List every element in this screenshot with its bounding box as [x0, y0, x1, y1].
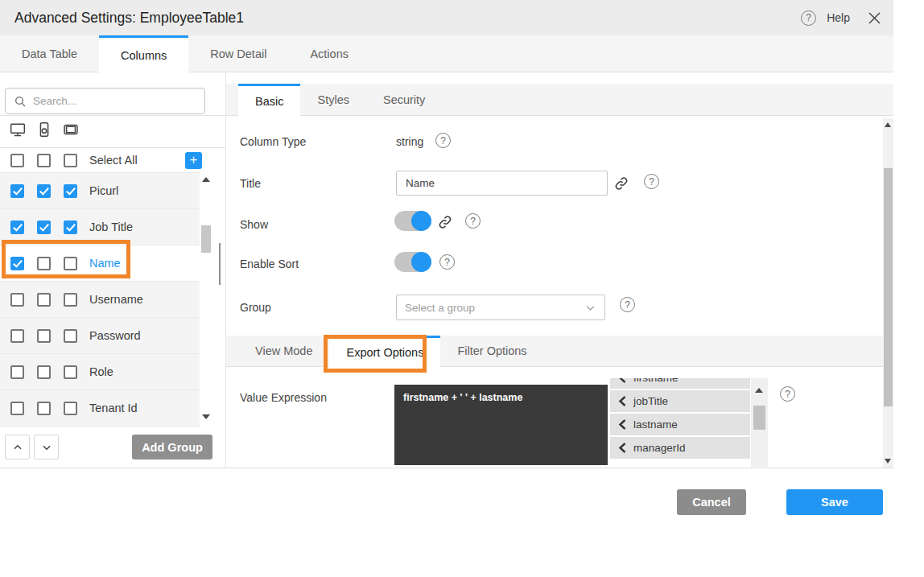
tab-view-mode[interactable]: View Mode — [238, 336, 329, 366]
close-icon[interactable] — [868, 12, 881, 24]
checkbox-mobile[interactable] — [37, 154, 51, 167]
tab-row-detail[interactable]: Row Detail — [188, 35, 288, 72]
scrollbar-thumb[interactable] — [201, 225, 211, 253]
checkbox-desktop[interactable] — [10, 220, 24, 234]
checkbox-desktop[interactable] — [10, 154, 24, 167]
tab-filter-options[interactable]: Filter Options — [440, 336, 543, 366]
tab-columns[interactable]: Columns — [99, 35, 188, 72]
value-expression-editor[interactable]: firstname + ' ' + lastname — [394, 385, 608, 465]
toggle-knob — [411, 252, 431, 272]
tab-data-table[interactable]: Data Table — [0, 35, 99, 72]
column-type-value: string — [396, 135, 423, 148]
add-group-button[interactable]: Add Group — [132, 435, 212, 460]
sidebar-scrollbar[interactable] — [200, 172, 212, 426]
help-icon[interactable]: ? — [801, 10, 816, 26]
column-label: Name — [89, 257, 121, 270]
checkbox-mobile[interactable] — [37, 257, 51, 270]
add-column-button[interactable]: + — [185, 152, 202, 169]
field-label: firstname — [633, 378, 679, 384]
checkbox-tablet[interactable] — [64, 329, 77, 343]
checkbox-tablet[interactable] — [64, 402, 77, 415]
tab-security[interactable]: Security — [366, 84, 442, 115]
checkbox-desktop[interactable] — [10, 184, 24, 198]
panel-divider — [225, 72, 226, 468]
checkbox-desktop[interactable] — [10, 365, 24, 379]
scrollbar-thumb[interactable] — [884, 168, 893, 406]
checkbox-tablet[interactable] — [64, 257, 77, 270]
link-icon[interactable] — [438, 215, 452, 229]
column-row-username[interactable]: Username — [0, 282, 200, 318]
scroll-down-icon[interactable] — [885, 459, 891, 464]
chevron-up-icon — [12, 442, 23, 453]
tab-actions[interactable]: Actions — [288, 35, 370, 72]
scroll-up-icon[interactable] — [885, 122, 891, 127]
columns-list: Picurl Job Title Name Username Password — [0, 172, 200, 427]
column-row-role[interactable]: Role — [0, 354, 200, 390]
desktop-icon[interactable] — [10, 122, 26, 138]
tablet-icon[interactable] — [63, 122, 79, 138]
tab-styles[interactable]: Styles — [300, 84, 366, 115]
help-icon[interactable]: ? — [644, 174, 659, 189]
chevron-left-icon — [618, 419, 626, 430]
column-row-tenant-id[interactable]: Tenant Id — [0, 390, 200, 427]
dialog-tab-bar: Data Table Columns Row Detail Actions — [0, 35, 893, 72]
show-toggle[interactable] — [394, 211, 431, 231]
scroll-up-icon[interactable] — [202, 177, 210, 182]
checkbox-tablet[interactable] — [64, 365, 77, 379]
column-row-name[interactable]: Name — [0, 245, 200, 282]
field-item-jobtitle[interactable]: jobTitle — [610, 390, 750, 412]
column-row-picurl[interactable]: Picurl — [0, 173, 200, 209]
help-icon[interactable]: ? — [435, 133, 451, 148]
checkbox-mobile[interactable] — [37, 329, 51, 343]
mobile-icon[interactable] — [36, 122, 52, 138]
field-list-scrollbar[interactable] — [751, 378, 768, 467]
panel-resize-handle[interactable] — [219, 243, 221, 285]
checkbox-mobile[interactable] — [37, 365, 51, 379]
main-scrollbar[interactable] — [883, 118, 893, 468]
cancel-button[interactable]: Cancel — [677, 489, 746, 515]
move-up-button[interactable] — [5, 435, 30, 460]
search-input[interactable] — [33, 95, 186, 107]
field-item-firstname[interactable]: firstname — [610, 378, 750, 389]
checkbox-tablet[interactable] — [64, 220, 77, 234]
tab-label: Security — [383, 93, 425, 106]
checkbox-mobile[interactable] — [37, 293, 51, 307]
column-row-password[interactable]: Password — [0, 318, 200, 354]
checkbox-desktop[interactable] — [10, 257, 24, 270]
help-icon[interactable]: ? — [620, 297, 635, 312]
checkbox-mobile[interactable] — [37, 184, 51, 198]
checkbox-desktop[interactable] — [10, 293, 24, 307]
field-item-lastname[interactable]: lastname — [610, 414, 750, 435]
tab-label: Columns — [121, 49, 167, 62]
chevron-down-icon — [41, 442, 52, 453]
save-button[interactable]: Save — [786, 489, 883, 515]
tab-export-options[interactable]: Export Options — [329, 336, 440, 367]
column-search-box — [5, 88, 205, 114]
column-row-job-title[interactable]: Job Title — [0, 209, 200, 245]
help-label[interactable]: Help — [827, 11, 850, 24]
checkbox-mobile[interactable] — [37, 402, 51, 415]
help-icon[interactable]: ? — [465, 213, 481, 229]
title-input[interactable] — [396, 171, 608, 196]
scroll-up-icon[interactable] — [755, 388, 763, 393]
checkbox-tablet[interactable] — [64, 184, 77, 198]
group-select[interactable]: Select a group — [396, 295, 605, 320]
enable-sort-toggle[interactable] — [394, 252, 431, 272]
checkbox-tablet[interactable] — [64, 154, 77, 167]
checkbox-mobile[interactable] — [37, 220, 51, 234]
help-icon[interactable]: ? — [780, 386, 795, 402]
field-item-managerid[interactable]: managerId — [610, 437, 750, 459]
checkbox-desktop[interactable] — [10, 329, 24, 343]
scrollbar-thumb[interactable] — [753, 406, 765, 430]
title-label: Title — [240, 177, 261, 190]
checkbox-tablet[interactable] — [64, 293, 77, 307]
checkbox-desktop[interactable] — [10, 402, 24, 415]
tab-basic[interactable]: Basic — [238, 84, 300, 116]
device-visibility-icons — [10, 122, 79, 138]
link-icon[interactable] — [614, 176, 629, 191]
scroll-down-icon[interactable] — [202, 414, 210, 419]
column-settings-tab-bar: Basic Styles Security — [226, 84, 893, 116]
dialog-title: Advanced Settings: EmployeeTable1 — [0, 10, 244, 27]
help-icon[interactable]: ? — [439, 254, 455, 270]
move-down-button[interactable] — [34, 435, 59, 460]
